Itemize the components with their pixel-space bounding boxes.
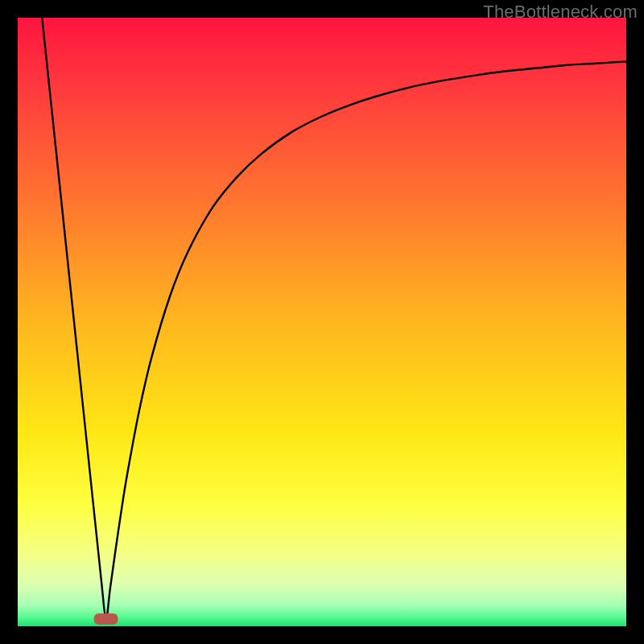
watermark-text: TheBottleneck.com <box>483 2 638 23</box>
minimum-marker <box>94 613 118 625</box>
chart-frame: TheBottleneck.com <box>0 0 644 644</box>
chart-plot-area <box>18 18 626 626</box>
chart-svg <box>18 18 626 626</box>
gradient-background <box>18 18 626 626</box>
